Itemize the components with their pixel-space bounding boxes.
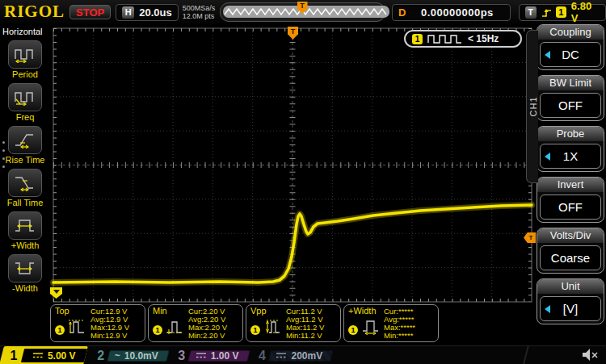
timebase-panel: H 20.0us xyxy=(116,4,178,21)
vpp-measure-icon xyxy=(263,317,282,335)
rising-edge-icon xyxy=(541,7,551,18)
pos-width-button[interactable] xyxy=(8,211,42,240)
select-arrow-icon xyxy=(545,51,550,59)
rigol-logo: RIGOL xyxy=(0,2,69,23)
top-measure-icon xyxy=(67,317,86,335)
measurement-bar: Top 1 Cur:12.9 V Avg:12.9 V Max:12.9 V M… xyxy=(50,304,439,342)
horizontal-measure-menu: Horizontal Period xyxy=(0,24,50,345)
menu-item-invert[interactable]: Invert OFF xyxy=(537,177,604,223)
acquisition-info: 500MSa/s 12.0M pts xyxy=(183,4,216,20)
trigger-source-badge: 1 xyxy=(556,6,566,18)
channel-3-status[interactable]: 3 1.00 V xyxy=(175,347,249,364)
pos-width-measure-icon xyxy=(360,317,380,335)
top-status-bar: RIGOL STOP H 20.0us 500MSa/s 12.0M pts T… xyxy=(0,0,606,24)
freq-counter-value: < 15Hz xyxy=(468,33,499,44)
channel-4-status[interactable]: 4 200mV xyxy=(255,347,332,364)
sample-rate: 500MSa/s xyxy=(183,4,216,12)
rise-time-icon xyxy=(15,132,36,149)
delay-icon: D xyxy=(398,6,406,19)
channel-1-status[interactable]: 1 5.00 V xyxy=(2,346,86,364)
measure-item-freq: Freq xyxy=(0,83,50,122)
menu-item-coupling[interactable]: Coupling DC xyxy=(537,24,604,70)
menu-page-dots xyxy=(2,141,5,168)
probe-value: 1X xyxy=(563,149,578,163)
delay-panel: D 0.00000000ps xyxy=(392,4,511,21)
measure-item-period: Period xyxy=(0,40,50,79)
measurement-panel-top[interactable]: Top 1 Cur:12.9 V Avg:12.9 V Max:12.9 V M… xyxy=(50,304,145,342)
measurement-panel-min[interactable]: Min 1 Cur:2.20 V Avg:2.20 V Max:2.20 V M… xyxy=(148,304,243,342)
fall-time-button[interactable] xyxy=(8,169,42,197)
measure-item-fall-time: Fall Time xyxy=(0,169,50,207)
channel-menu: CH1 Coupling DC BW Limit OFF Probe 1X In… xyxy=(537,24,606,345)
horizontal-icon: H xyxy=(122,6,134,19)
min-measure-icon xyxy=(165,317,184,335)
measurement-panel-pos-width[interactable]: +Width 1 Cur:***** Avg:***** Max:***** M… xyxy=(343,304,439,342)
memory-depth: 12.0M pts xyxy=(183,12,216,20)
channel-2-status[interactable]: 2 ~ 10.0mV xyxy=(94,347,168,364)
run-stop-state-button[interactable]: STOP xyxy=(69,5,111,19)
dc-coupling-icon xyxy=(196,352,207,359)
fall-time-icon xyxy=(15,174,36,191)
dc-coupling-icon xyxy=(276,352,287,359)
period-button[interactable] xyxy=(8,40,42,69)
waveform-preview-bar[interactable]: T xyxy=(220,2,385,22)
volts-div-value: Coarse xyxy=(551,251,590,265)
ch1-menu-tab[interactable]: CH1 xyxy=(526,30,538,183)
frequency-counter: 1 < 15Hz xyxy=(404,30,522,48)
trigger-level-value: 6.80 V xyxy=(571,0,600,24)
coupling-value: DC xyxy=(562,48,579,61)
period-icon xyxy=(15,46,36,63)
trigger-icon: T xyxy=(525,6,537,19)
oscilloscope-screen: RIGOL STOP H 20.0us 500MSa/s 12.0M pts T… xyxy=(0,0,606,364)
trigger-panel: T 1 6.80 V xyxy=(519,4,606,21)
delay-value: 0.00000000ps xyxy=(421,6,494,19)
measure-item-pos-width: +Width xyxy=(0,211,50,250)
neg-width-button[interactable] xyxy=(8,254,42,282)
square-wave-icon xyxy=(427,34,463,44)
ac-coupling-icon: ~ xyxy=(115,352,120,360)
waveform-display: 1 < 15Hz T T xyxy=(50,24,535,304)
unit-value: [V] xyxy=(563,302,578,316)
left-menu-title: Horizontal xyxy=(0,24,50,36)
menu-item-bw-limit[interactable]: BW Limit OFF xyxy=(537,75,604,121)
menu-item-probe[interactable]: Probe 1X xyxy=(537,126,604,172)
channel-status-bar: 1 5.00 V 2 ~ 10.0mV 3 xyxy=(0,345,606,364)
select-arrow-icon xyxy=(545,305,550,313)
rise-time-button[interactable] xyxy=(8,126,42,154)
freq-button[interactable] xyxy=(8,83,42,111)
timebase-value: 20.0us xyxy=(139,6,171,19)
dc-coupling-icon xyxy=(32,352,44,359)
pos-width-icon xyxy=(15,217,36,234)
neg-width-icon xyxy=(15,260,36,277)
measure-item-neg-width: -Width xyxy=(0,254,50,293)
sound-muted-icon[interactable] xyxy=(582,348,600,362)
invert-value: OFF xyxy=(558,200,583,214)
menu-item-unit[interactable]: Unit [V] xyxy=(537,278,604,324)
graticule-and-trace xyxy=(50,24,535,304)
freq-icon xyxy=(15,89,36,106)
menu-item-volts-div[interactable]: Volts/Div Coarse xyxy=(537,228,604,274)
select-arrow-icon xyxy=(545,153,550,161)
measurement-panel-vpp[interactable]: Vpp 1 Cur:11.2 V Avg:11.2 V Max:11 xyxy=(246,304,341,342)
freq-counter-source-badge: 1 xyxy=(412,34,423,44)
measure-item-rise-time: Rise Time xyxy=(0,126,50,165)
bw-limit-value: OFF xyxy=(558,98,583,112)
